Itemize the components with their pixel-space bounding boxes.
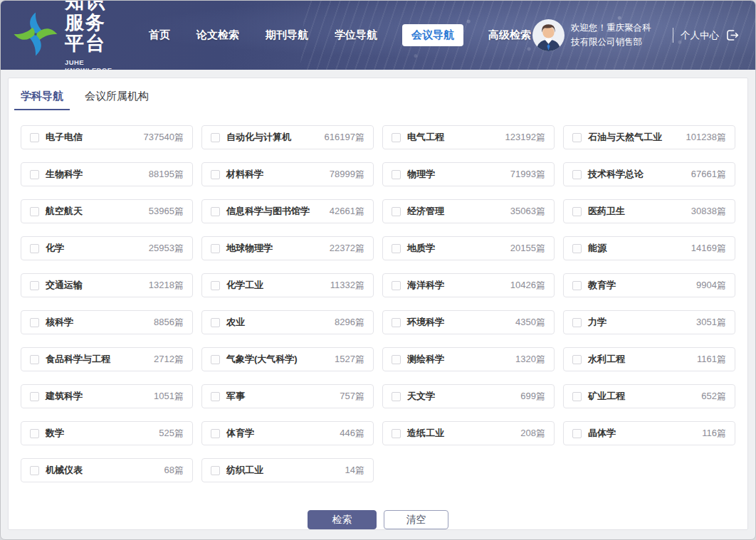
subject-card[interactable]: 经济管理35063篇	[382, 199, 555, 223]
nav-item-journal-nav[interactable]: 期刊导航	[264, 24, 310, 46]
subject-checkbox[interactable]	[392, 318, 401, 327]
subject-checkbox[interactable]	[211, 244, 220, 253]
subject-card[interactable]: 测绘科学1320篇	[382, 347, 555, 371]
nav-item-degree-nav[interactable]: 学位导航	[333, 24, 379, 46]
tab-subject-nav[interactable]: 学科导航	[21, 90, 63, 110]
subject-card[interactable]: 石油与天然气工业101238篇	[563, 125, 735, 149]
subject-count: 446篇	[340, 427, 364, 440]
subject-checkbox[interactable]	[211, 429, 220, 438]
user-avatar[interactable]	[532, 19, 565, 51]
subject-card[interactable]: 环境科学4350篇	[382, 310, 555, 334]
subject-card[interactable]: 建筑科学1051篇	[21, 384, 193, 408]
nav-item-paper-search[interactable]: 论文检索	[195, 24, 241, 46]
subject-checkbox[interactable]	[30, 281, 39, 290]
subject-card[interactable]: 生物科学88195篇	[21, 162, 193, 186]
subject-card[interactable]: 航空航天53965篇	[21, 199, 193, 223]
subject-label: 交通运输	[46, 279, 83, 292]
subject-card[interactable]: 信息科学与图书馆学42661篇	[201, 199, 374, 223]
subject-checkbox[interactable]	[30, 244, 39, 253]
subject-checkbox[interactable]	[572, 170, 582, 179]
subject-card[interactable]: 纺织工业14篇	[201, 458, 374, 482]
subject-checkbox[interactable]	[572, 133, 582, 142]
subject-label: 生物科学	[46, 168, 83, 181]
subject-checkbox[interactable]	[211, 355, 220, 364]
brand[interactable]: 聚合知识服务平台 JUHE KNOWLEDGE SERVICE PLATFORM…	[14, 1, 120, 70]
subject-card[interactable]: 电气工程123192篇	[382, 125, 555, 149]
subject-checkbox[interactable]	[30, 429, 39, 438]
subject-card[interactable]: 矿业工程652篇	[563, 384, 735, 408]
subject-checkbox[interactable]	[211, 170, 220, 179]
tab-conference-org[interactable]: 会议所属机构	[85, 90, 149, 110]
subject-checkbox[interactable]	[392, 133, 401, 142]
nav-item-advanced-search[interactable]: 高级检索	[487, 24, 532, 46]
clear-button[interactable]: 清空	[384, 510, 448, 529]
subject-checkbox[interactable]	[211, 281, 220, 290]
subject-count: 71993篇	[510, 168, 545, 181]
subject-checkbox[interactable]	[211, 318, 220, 327]
subject-card[interactable]: 天文学699篇	[382, 384, 555, 408]
subject-label: 技术科学总论	[588, 168, 644, 181]
subject-checkbox[interactable]	[30, 170, 39, 179]
subject-checkbox[interactable]	[572, 392, 582, 401]
subject-checkbox[interactable]	[392, 170, 401, 179]
subject-checkbox[interactable]	[211, 392, 220, 401]
subject-label: 航空航天	[46, 205, 83, 218]
subject-card[interactable]: 化学工业11332篇	[201, 273, 374, 297]
subject-checkbox[interactable]	[30, 207, 39, 216]
subject-checkbox[interactable]	[392, 281, 401, 290]
subject-card[interactable]: 体育学446篇	[201, 421, 374, 445]
subject-card[interactable]: 晶体学116篇	[563, 421, 735, 445]
brand-title: 聚合知识服务平台	[65, 1, 120, 55]
nav-item-home[interactable]: 首页	[147, 24, 172, 46]
subject-card[interactable]: 电子电信737540篇	[21, 125, 193, 149]
profile-center-link[interactable]: 个人中心	[681, 29, 719, 42]
subject-card[interactable]: 化学25953篇	[21, 236, 193, 260]
subject-count: 8296篇	[335, 316, 364, 329]
subject-card[interactable]: 医药卫生30838篇	[563, 199, 735, 223]
subject-checkbox[interactable]	[572, 244, 582, 253]
subject-card[interactable]: 农业8296篇	[201, 310, 374, 334]
subject-card[interactable]: 技术科学总论67661篇	[563, 162, 735, 186]
subject-card[interactable]: 食品科学与工程2712篇	[21, 347, 193, 371]
subject-checkbox[interactable]	[211, 207, 220, 216]
subject-label: 矿业工程	[588, 390, 625, 403]
subject-card[interactable]: 造纸工业208篇	[382, 421, 555, 445]
subject-card[interactable]: 能源14169篇	[563, 236, 735, 260]
subject-checkbox[interactable]	[392, 207, 401, 216]
subject-checkbox[interactable]	[30, 133, 39, 142]
subject-card[interactable]: 地质学20155篇	[382, 236, 555, 260]
subject-card[interactable]: 物理学71993篇	[382, 162, 555, 186]
subject-checkbox[interactable]	[572, 207, 582, 216]
subject-card[interactable]: 海洋科学10426篇	[382, 273, 555, 297]
subject-card[interactable]: 力学3051篇	[563, 310, 735, 334]
subject-checkbox[interactable]	[572, 281, 582, 290]
subject-checkbox[interactable]	[30, 392, 39, 401]
subject-checkbox[interactable]	[30, 355, 39, 364]
subject-checkbox[interactable]	[211, 466, 220, 475]
subject-card[interactable]: 气象学(大气科学)1527篇	[201, 347, 374, 371]
subject-checkbox[interactable]	[30, 318, 39, 327]
search-button[interactable]: 检索	[308, 510, 377, 529]
subject-card[interactable]: 水利工程1161篇	[563, 347, 735, 371]
logout-icon[interactable]	[725, 28, 740, 43]
subject-card[interactable]: 军事757篇	[201, 384, 374, 408]
nav-item-conference-nav[interactable]: 会议导航	[402, 24, 463, 46]
subject-checkbox[interactable]	[572, 355, 582, 364]
subject-card[interactable]: 地球物理学22372篇	[201, 236, 374, 260]
subject-checkbox[interactable]	[572, 429, 582, 438]
subject-label: 晶体学	[588, 427, 616, 440]
subject-card[interactable]: 核科学8856篇	[21, 310, 193, 334]
subject-checkbox[interactable]	[392, 392, 401, 401]
subject-checkbox[interactable]	[572, 318, 582, 327]
subject-card[interactable]: 教育学9904篇	[563, 273, 735, 297]
subject-card[interactable]: 数学525篇	[21, 421, 193, 445]
subject-checkbox[interactable]	[392, 244, 401, 253]
subject-card[interactable]: 交通运输13218篇	[21, 273, 193, 297]
subject-checkbox[interactable]	[392, 355, 401, 364]
subject-checkbox[interactable]	[30, 466, 39, 475]
subject-checkbox[interactable]	[392, 429, 401, 438]
subject-card[interactable]: 自动化与计算机616197篇	[201, 125, 374, 149]
subject-card[interactable]: 材料科学78999篇	[201, 162, 374, 186]
subject-card[interactable]: 机械仪表68篇	[21, 458, 193, 482]
subject-checkbox[interactable]	[211, 133, 220, 142]
